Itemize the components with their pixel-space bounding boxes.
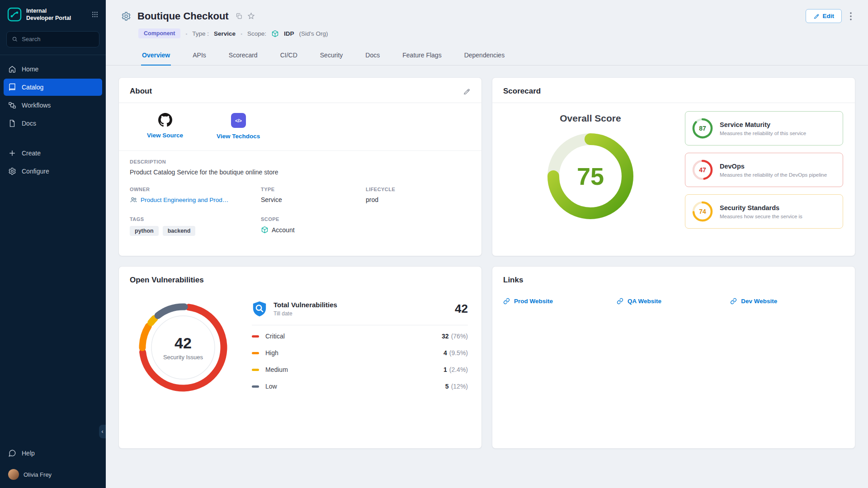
low-dash-icon	[252, 385, 259, 388]
medium-dash-icon	[252, 369, 259, 371]
type-field: TYPE Service	[261, 187, 366, 204]
search-input[interactable]	[22, 36, 94, 42]
owner-link[interactable]: Product Engineering and Product...	[130, 196, 231, 204]
tab-docs[interactable]: Docs	[364, 46, 381, 66]
about-edit-pencil-icon[interactable]	[463, 88, 471, 95]
techdocs-icon: </>	[231, 113, 246, 128]
scorecard-title: Scorecard	[503, 87, 541, 96]
vuln-row-pct: (2.4%)	[449, 366, 468, 373]
vuln-row-pct: (9.5%)	[449, 349, 468, 357]
score-title: DevOps	[720, 163, 827, 170]
critical-dash-icon	[252, 335, 259, 338]
description-label: DESCRIPTION	[130, 159, 471, 164]
vuln-row-label: Medium	[265, 366, 288, 373]
sidebar-item-workflows[interactable]: Workflows	[4, 97, 102, 114]
view-source-link[interactable]: View Source	[147, 113, 183, 140]
vulnerabilities-card: Open Vulnerabilities 42 Security Issues	[118, 266, 482, 449]
score-desc: Measures how secure the service is	[720, 214, 802, 219]
scope-org: (Sid's Org)	[299, 30, 328, 37]
score-list: 87 Service Maturity Measures the reliabi…	[685, 111, 843, 229]
sidebar-item-create[interactable]: Create	[4, 145, 102, 162]
sidebar-collapse-handle[interactable]	[99, 425, 106, 438]
score-desc: Measures the reliability of the DevOps p…	[720, 172, 827, 178]
help-label: Help	[22, 450, 35, 457]
star-icon[interactable]	[247, 12, 255, 20]
content-grid: About View Source </> View Techdocs DESC…	[106, 66, 868, 488]
divider	[252, 325, 468, 325]
page-title: Boutique Checkout	[137, 10, 229, 22]
lifecycle-label: LIFECYCLE	[366, 187, 471, 192]
avatar	[8, 469, 19, 480]
gear-icon	[8, 167, 16, 175]
view-techdocs-link[interactable]: </> View Techdocs	[217, 113, 260, 140]
score-title: Security Standards	[720, 204, 802, 211]
brand: Internal Developer Portal	[0, 0, 106, 28]
overall-score-donut: 75	[545, 131, 636, 221]
score-card-service-maturity: 87 Service Maturity Measures the reliabi…	[685, 111, 843, 145]
sidebar-item-help[interactable]: Help	[4, 445, 102, 462]
team-icon	[130, 196, 137, 204]
vuln-row-count: 5	[445, 383, 449, 390]
tab-apis[interactable]: APIs	[192, 46, 207, 66]
lifecycle-value: prod	[366, 196, 471, 203]
sidebar-item-catalog[interactable]: Catalog	[4, 79, 102, 96]
vulnerabilities-title: Open Vulnerabilities	[130, 276, 204, 285]
tab-overview[interactable]: Overview	[141, 46, 171, 66]
tab-scorecard[interactable]: Scorecard	[228, 46, 259, 66]
total-vulnerabilities-sub: Till date	[274, 310, 337, 317]
about-title: About	[130, 87, 152, 96]
tab-bar: Overview APIs Scorecard CI/CD Security D…	[106, 46, 868, 66]
tab-cicd[interactable]: CI/CD	[279, 46, 298, 66]
dot-separator	[185, 30, 187, 37]
apps-grid-icon[interactable]	[90, 10, 99, 19]
sidebar-item-home[interactable]: Home	[4, 61, 102, 78]
sidebar-divider	[0, 55, 106, 55]
user-menu[interactable]: Olivia Frey	[0, 463, 106, 488]
vuln-row-pct: (76%)	[451, 333, 468, 340]
tags-label: TAGS	[130, 216, 261, 222]
pencil-icon	[813, 13, 820, 19]
prod-website-link[interactable]: Prod Website	[503, 298, 617, 305]
brand-title: Internal Developer Portal	[26, 7, 86, 22]
tag-pill: backend	[163, 226, 196, 236]
sidebar-search[interactable]	[6, 31, 99, 47]
copy-icon[interactable]	[235, 12, 243, 20]
search-icon	[12, 36, 18, 42]
sidebar-nav: Home Catalog Workflows Docs Create Confi…	[0, 60, 106, 181]
score-value: 87	[692, 117, 713, 139]
app-logo-icon	[7, 7, 22, 22]
score-desc: Measures the reliability of this service	[720, 131, 806, 136]
vuln-center-value: 42	[175, 334, 192, 352]
tags-field: TAGS python backend	[130, 216, 261, 236]
owner-value: Product Engineering and Product...	[141, 197, 231, 203]
total-vulnerabilities-title: Total Vulnerabilities	[274, 301, 337, 309]
edit-button[interactable]: Edit	[806, 9, 842, 23]
tab-security[interactable]: Security	[319, 46, 344, 66]
qa-website-link[interactable]: QA Website	[617, 298, 730, 305]
link-icon	[617, 298, 623, 305]
tab-feature-flags[interactable]: Feature Flags	[401, 46, 442, 66]
view-source-label: View Source	[147, 132, 183, 139]
vuln-row-count: 1	[443, 366, 447, 373]
link-icon	[503, 298, 510, 305]
page-header: Boutique Checkout Edit Component Type : …	[106, 0, 868, 38]
vuln-row-count: 32	[442, 333, 449, 340]
dot-separator	[241, 30, 242, 37]
type-value: Service	[214, 30, 236, 37]
sidebar-item-configure[interactable]: Configure	[4, 163, 102, 180]
scope-label: Scope:	[247, 30, 266, 37]
links-card: Links Prod Website QA Website Dev Websit…	[492, 266, 855, 449]
kebab-menu-icon[interactable]	[846, 11, 855, 21]
sidebar-item-docs[interactable]: Docs	[4, 115, 102, 132]
type-field-label: TYPE	[261, 187, 366, 192]
scope-field-value: Account	[272, 226, 295, 234]
link-label: Dev Website	[741, 298, 777, 305]
tab-dependencies[interactable]: Dependencies	[463, 46, 506, 66]
view-techdocs-label: View Techdocs	[217, 133, 260, 140]
sidebar-item-label: Create	[22, 150, 41, 157]
component-badge: Component	[138, 28, 180, 38]
type-label: Type :	[192, 30, 209, 37]
dev-website-link[interactable]: Dev Website	[730, 298, 844, 305]
account-scope-icon	[261, 226, 269, 234]
entity-meta-row: Component Type : Service Scope: IDP (Sid…	[138, 28, 855, 38]
